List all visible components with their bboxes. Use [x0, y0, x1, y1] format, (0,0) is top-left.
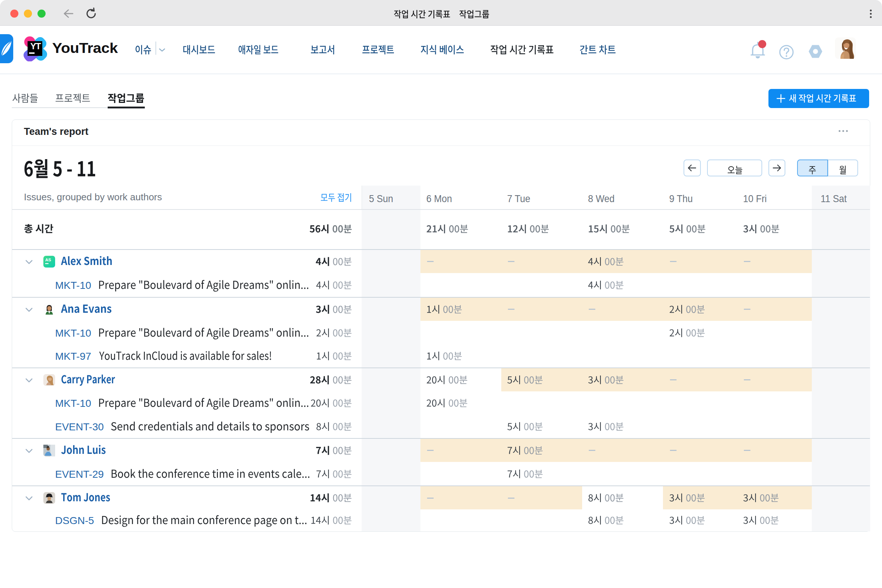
svg-text:YT: YT: [30, 41, 42, 51]
svg-text:AS: AS: [45, 258, 51, 262]
